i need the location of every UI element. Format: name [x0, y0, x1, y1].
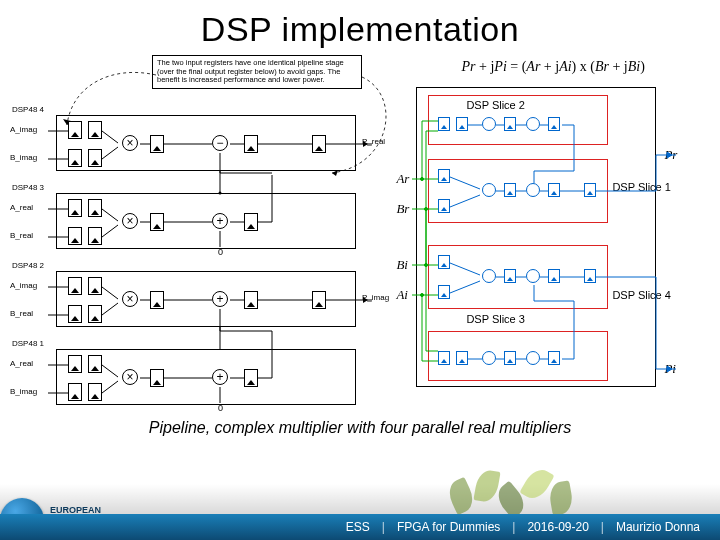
svg-point-60 [425, 208, 428, 211]
eq-pr: Pr [462, 59, 476, 74]
eq-plusj1: + j [476, 59, 495, 74]
right-schematic: DSP Slice 2 DSP Slice 1 Pr [398, 81, 708, 401]
sep-icon: | [595, 520, 610, 534]
footer-org: ESS [340, 520, 376, 534]
footer-bar: ESS| FPGA for Dummies| 2016-09-20| Mauri… [0, 514, 720, 540]
eq-plusj2: + j [540, 59, 559, 74]
slide: DSP implementation The two input registe… [0, 0, 720, 540]
sep-icon: | [376, 520, 391, 534]
svg-point-59 [421, 178, 424, 181]
equation: Pr + jPi = (Ar + jAi) x (Br + jBi) [398, 59, 708, 75]
footer-shadow [0, 484, 720, 514]
eq-ai: Ai [559, 59, 571, 74]
svg-line-67 [450, 177, 480, 189]
eq-pi: Pi [494, 59, 506, 74]
eq-br: Br [595, 59, 609, 74]
content-area: The two input registers have one identic… [0, 49, 720, 415]
footer-date: 2016-09-20 [521, 520, 594, 534]
eq-ar: Ar [526, 59, 540, 74]
slide-title: DSP implementation [0, 0, 720, 49]
eq-eq: = ( [507, 59, 527, 74]
svg-line-37 [102, 381, 118, 393]
wires-block-1: 0 [12, 55, 392, 415]
svg-line-77 [450, 281, 480, 293]
sep-icon: | [506, 520, 521, 534]
eq-bi: Bi [628, 59, 640, 74]
eq-plusj3: + j [609, 59, 628, 74]
svg-point-61 [425, 264, 428, 267]
caption: Pipeline, complex multiplier with four p… [0, 419, 720, 437]
footer: ess EUROPEAN SPALLATION SOURCE ESS| FPGA… [0, 476, 720, 540]
svg-line-68 [450, 195, 480, 207]
svg-text:0: 0 [218, 403, 223, 413]
left-diagram: The two input registers have one identic… [12, 55, 390, 415]
right-diagram: Pr + jPi = (Ar + jAi) x (Br + jBi) DSP S… [398, 55, 708, 415]
svg-line-76 [450, 263, 480, 275]
footer-leaves-deco [450, 462, 600, 522]
eq-close: ) [640, 59, 645, 74]
svg-point-62 [421, 294, 424, 297]
svg-line-36 [102, 365, 118, 377]
right-wires [398, 81, 698, 401]
footer-author: Maurizio Donna [610, 520, 706, 534]
eq-x: ) x ( [572, 59, 595, 74]
footer-doc: FPGA for Dummies [391, 520, 506, 534]
